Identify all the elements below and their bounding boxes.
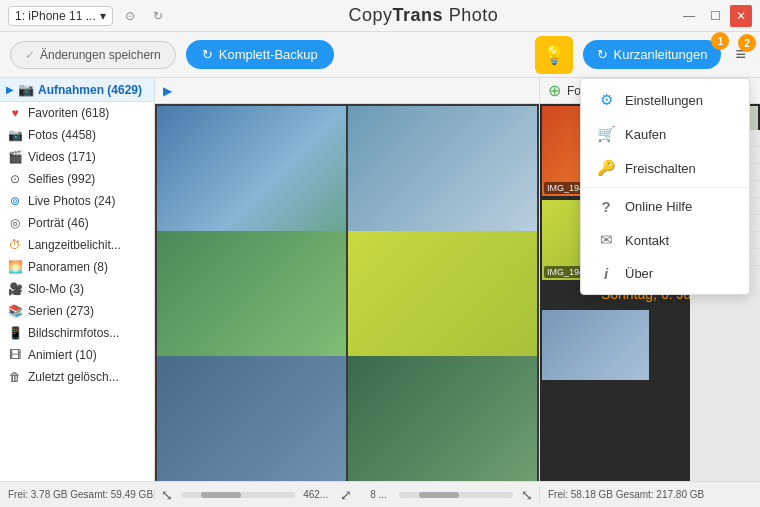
- sidebar-item-slomo[interactable]: 🎥 Slo-Mo (3): [0, 278, 154, 300]
- sidebar: ▶ 📷 Aufnahmen (4629) ♥ Favoriten (618) 📷…: [0, 78, 155, 481]
- panorama-icon: 🌅: [8, 260, 22, 274]
- zoom-in-icon[interactable]: ⤢: [340, 487, 352, 503]
- save-button[interactable]: ✓ Änderungen speichern: [10, 41, 176, 69]
- backup-button[interactable]: ↻ Komplett-Backup: [186, 40, 334, 69]
- menu-freischalten-label: Freischalten: [625, 161, 696, 176]
- left-panel-header: ▶: [155, 78, 539, 104]
- titlebar: 1: iPhone 11 ... ▾ ⊙ ↻ CopyTrans Photo —…: [0, 0, 760, 32]
- sidebar-serien-label: Serien (273): [28, 304, 94, 318]
- checkmark-icon: ✓: [25, 48, 35, 62]
- camera2-icon: 📷: [8, 128, 22, 142]
- quick-button[interactable]: ↻ Kurzanleitungen: [583, 40, 722, 69]
- left-photo-panel: ▶ IMG_3487.HEIC IMG_3486.HEIC IMG_3485.H…: [155, 78, 540, 481]
- sidebar-item-livephotos[interactable]: ⊚ Live Photos (24): [0, 190, 154, 212]
- dropdown-menu: ⚙ Einstellungen 🛒 Kaufen 🔑 Freischalten …: [580, 78, 750, 295]
- selfie-icon: ⊙: [8, 172, 22, 186]
- mail-icon: ✉: [597, 231, 615, 249]
- menu-einstellungen-label: Einstellungen: [625, 93, 703, 108]
- sidebar-header-label: Aufnahmen (4629): [38, 83, 142, 97]
- left-photo-grid: IMG_3487.HEIC IMG_3486.HEIC IMG_3485.HEI…: [155, 104, 539, 481]
- sidebar-item-panoramen[interactable]: 🌅 Panoramen (8): [0, 256, 154, 278]
- quick-icon: ↻: [597, 47, 608, 62]
- menu-item-kaufen[interactable]: 🛒 Kaufen: [581, 117, 749, 151]
- sidebar-item-videos[interactable]: 🎬 Videos (171): [0, 146, 154, 168]
- sidebar-item-animiert[interactable]: 🎞 Animiert (10): [0, 344, 154, 366]
- backup-icon: ↻: [202, 47, 213, 62]
- menu-item-freischalten[interactable]: 🔑 Freischalten: [581, 151, 749, 185]
- menu-kaufen-label: Kaufen: [625, 127, 666, 142]
- sidebar-selfies-label: Selfies (992): [28, 172, 95, 186]
- scroll-track-right[interactable]: [399, 492, 513, 498]
- sidebar-slomo-label: Slo-Mo (3): [28, 282, 84, 296]
- device-selector[interactable]: 1: iPhone 11 ... ▾: [8, 6, 113, 26]
- scroll-thumb-left: [201, 492, 241, 498]
- play-icon: ▶: [6, 84, 14, 95]
- close-button[interactable]: ✕: [730, 5, 752, 27]
- quick-label: Kurzanleitungen: [614, 47, 708, 62]
- backup-label: Komplett-Backup: [219, 47, 318, 62]
- statusbar-right: Frei: 58.18 GB Gesamt: 217.80 GB: [540, 489, 760, 500]
- zoom-right-icon[interactable]: ⤡: [521, 487, 533, 503]
- left-panel-icon: ▶: [163, 84, 172, 98]
- scroll-thumb-right: [419, 492, 459, 498]
- right-count: 8 ...: [370, 489, 387, 500]
- key-icon: 🔑: [597, 159, 615, 177]
- menu-kontakt-label: Kontakt: [625, 233, 669, 248]
- sidebar-item-geloescht[interactable]: 🗑 Zuletzt gelösch...: [0, 366, 154, 388]
- sidebar-fotos-label: Fotos (4458): [28, 128, 96, 142]
- menu-badge: 2: [738, 34, 756, 52]
- anim-icon: 🎞: [8, 348, 22, 362]
- sidebar-livephotos-label: Live Photos (24): [28, 194, 115, 208]
- quick-btn-container: ↻ Kurzanleitungen 1: [583, 40, 722, 69]
- refresh-icon[interactable]: ↻: [147, 5, 169, 27]
- sidebar-header[interactable]: ▶ 📷 Aufnahmen (4629): [0, 78, 154, 102]
- menu-item-onlinehilfe[interactable]: ? Online Hilfe: [581, 190, 749, 223]
- menu-ueber-label: Über: [625, 266, 653, 281]
- gear-icon: ⚙: [597, 91, 615, 109]
- heart-icon: ♥: [8, 106, 22, 120]
- left-count: 462...: [303, 489, 328, 500]
- menu-item-ueber[interactable]: i Über: [581, 257, 749, 290]
- trash-icon: 🗑: [8, 370, 22, 384]
- menu-item-kontakt[interactable]: ✉ Kontakt: [581, 223, 749, 257]
- photo-thumb-6[interactable]: IMG_3482.HEIC: [348, 356, 537, 481]
- sidebar-item-favoriten[interactable]: ♥ Favoriten (618): [0, 102, 154, 124]
- sidebar-item-fotos[interactable]: 📷 Fotos (4458): [0, 124, 154, 146]
- window-controls: — ☐ ✕: [678, 5, 752, 27]
- maximize-button[interactable]: ☐: [704, 5, 726, 27]
- help-icon: ?: [597, 198, 615, 215]
- menu-divider: [581, 187, 749, 188]
- sidebar-favoriten-label: Favoriten (618): [28, 106, 109, 120]
- sync-icon[interactable]: ⊙: [119, 5, 141, 27]
- video-icon: 🎬: [8, 150, 22, 164]
- scroll-track-left[interactable]: [181, 492, 295, 498]
- serien-icon: 📚: [8, 304, 22, 318]
- sidebar-item-serien[interactable]: 📚 Serien (273): [0, 300, 154, 322]
- timer-icon: ⏱: [8, 238, 22, 252]
- live-icon: ⊚: [8, 194, 22, 208]
- portrait-icon: ◎: [8, 216, 22, 230]
- sidebar-item-langzeit[interactable]: ⏱ Langzeitbelichit...: [0, 234, 154, 256]
- menu-item-einstellungen[interactable]: ⚙ Einstellungen: [581, 83, 749, 117]
- bulb-button[interactable]: 💡: [535, 36, 573, 74]
- dropdown-arrow-icon: ▾: [100, 9, 106, 23]
- minimize-button[interactable]: —: [678, 5, 700, 27]
- menu-onlinehilfe-label: Online Hilfe: [625, 199, 692, 214]
- rp-photo-4[interactable]: [542, 310, 649, 380]
- zoom-out-icon[interactable]: ⤡: [161, 487, 173, 503]
- statusbar-mid: ⤡ 462... ⤢ 8 ... ⤡: [155, 487, 540, 503]
- cart-icon: 🛒: [597, 125, 615, 143]
- statusbar-left: Frei: 3.78 GB Gesamt: 59.49 GB: [0, 489, 155, 500]
- sidebar-bildschirm-label: Bildschirmfotos...: [28, 326, 119, 340]
- sidebar-animiert-label: Animiert (10): [28, 348, 97, 362]
- sidebar-videos-label: Videos (171): [28, 150, 96, 164]
- statusbar: Frei: 3.78 GB Gesamt: 59.49 GB ⤡ 462... …: [0, 481, 760, 507]
- photo-thumb-5[interactable]: IMG_3483.HEIC: [157, 356, 346, 481]
- sidebar-panoramen-label: Panoramen (8): [28, 260, 108, 274]
- sidebar-item-selfies[interactable]: ⊙ Selfies (992): [0, 168, 154, 190]
- sidebar-item-portrait[interactable]: ◎ Porträt (46): [0, 212, 154, 234]
- camera-icon: 📷: [18, 82, 34, 97]
- info-icon: i: [597, 265, 615, 282]
- sidebar-item-bildschirm[interactable]: 📱 Bildschirmfotos...: [0, 322, 154, 344]
- hamburger-container: ≡ 2: [731, 40, 750, 69]
